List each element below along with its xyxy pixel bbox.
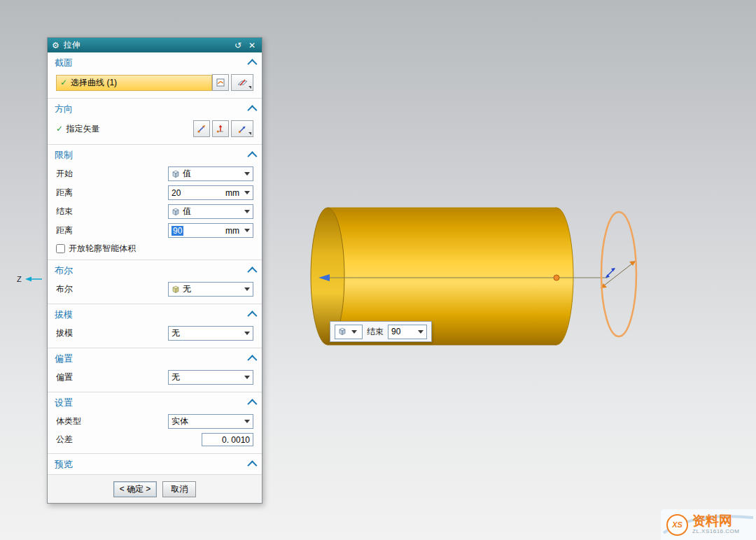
check-icon: ✓: [56, 124, 63, 134]
body-type-label: 体类型: [56, 415, 81, 427]
collapse-chevron-icon[interactable]: [247, 59, 257, 69]
watermark-site-name: 资料网: [692, 514, 739, 529]
draft-row-label: 拔模: [56, 327, 73, 339]
dropdown-arrow-icon: [242, 415, 251, 428]
body-type-value: 实体: [172, 415, 188, 427]
boolean-dropdown[interactable]: 无: [168, 282, 253, 297]
group-direction: 方向 ✓ 指定矢量: [48, 98, 262, 144]
gear-icon: ⚙: [52, 41, 59, 50]
end-option-dropdown[interactable]: [335, 325, 363, 339]
offset-row-label: 偏置: [56, 371, 73, 383]
group-draft-label: 拔模: [55, 308, 73, 321]
watermark-logo-text: XS: [672, 520, 682, 529]
inferred-vector-button[interactable]: [212, 120, 229, 137]
watermark-site-url: ZL.XS1616.COM: [692, 529, 739, 535]
group-offset-label: 偏置: [55, 353, 73, 365]
curve-list-icon: [216, 78, 225, 87]
collapse-chevron-icon[interactable]: [247, 151, 257, 161]
ok-button[interactable]: < 确定 >: [113, 481, 158, 497]
group-section-header[interactable]: 截面: [48, 53, 262, 72]
reset-icon[interactable]: ↺: [232, 41, 244, 50]
start-option-value: 值: [183, 168, 191, 180]
axis-vector-icon: [216, 124, 225, 134]
open-profile-checkbox[interactable]: [56, 244, 65, 253]
z-axis-arrow: [25, 277, 31, 282]
group-settings-label: 设置: [55, 397, 73, 409]
start-distance-unit: mm: [225, 188, 239, 198]
group-offset-header[interactable]: 偏置: [48, 349, 262, 368]
group-offset: 偏置 偏置 无: [48, 348, 262, 392]
z-axis-label: Z: [17, 275, 22, 283]
watermark: XS 资料网 ZL.XS1616.COM: [661, 509, 756, 540]
z-axis-indicator: Z: [17, 275, 42, 283]
group-limits-label: 限制: [55, 149, 73, 162]
cube-icon: [338, 327, 346, 336]
end-distance-value: 90: [391, 327, 400, 336]
group-boolean-header[interactable]: 布尔: [48, 261, 262, 280]
end-label: 结束: [56, 206, 73, 218]
watermark-logo: XS: [666, 514, 688, 536]
application-window: Z 结束 90 ⚙ 拉伸 ↺ ✕: [0, 0, 756, 540]
dialog-titlebar[interactable]: ⚙ 拉伸 ↺ ✕: [48, 38, 262, 52]
tolerance-input[interactable]: [202, 433, 253, 446]
dropdown-arrow-icon: [242, 327, 251, 340]
dialog-body: 截面 ✓ 选择曲线 (1): [48, 52, 262, 474]
collapse-chevron-icon[interactable]: [247, 105, 257, 115]
offset-value: 无: [172, 371, 180, 383]
end-option-value: 值: [183, 206, 191, 218]
check-icon: ✓: [60, 78, 67, 87]
vector-options-button[interactable]: [231, 120, 253, 137]
vector-dialog-button[interactable]: [193, 120, 210, 137]
dialog-title: 拉伸: [64, 39, 230, 51]
group-section: 截面 ✓ 选择曲线 (1): [48, 52, 262, 98]
collapse-chevron-icon[interactable]: [247, 311, 257, 320]
close-icon[interactable]: ✕: [246, 41, 258, 50]
draft-dropdown[interactable]: 无: [168, 326, 253, 341]
group-boolean: 布尔 布尔 无: [48, 260, 262, 304]
start-label: 开始: [56, 168, 73, 180]
dropdown-arrow-icon: [242, 186, 251, 199]
group-preview: 预览 预览 显示结果: [48, 453, 262, 474]
cancel-button[interactable]: 取消: [162, 481, 196, 497]
group-direction-header[interactable]: 方向: [48, 99, 262, 118]
curve-rule-button[interactable]: [212, 74, 229, 91]
dropdown-corner-icon: [248, 86, 251, 89]
group-preview-header[interactable]: 预览: [48, 455, 262, 474]
cube-icon: [172, 170, 180, 178]
select-curve-field[interactable]: ✓ 选择曲线 (1): [56, 75, 212, 91]
group-section-label: 截面: [55, 57, 73, 69]
start-option-dropdown[interactable]: 值: [168, 166, 253, 181]
group-settings-header[interactable]: 设置: [48, 393, 262, 412]
select-curve-text: 选择曲线 (1): [71, 77, 117, 89]
flip-direction-glyph[interactable]: [606, 268, 615, 278]
distance-drag-handle[interactable]: [554, 275, 559, 280]
collapse-chevron-icon[interactable]: [247, 460, 257, 470]
extrude-dialog: ⚙ 拉伸 ↺ ✕ 截面 ✓ 选择曲线 (1): [47, 37, 262, 504]
group-draft: 拔模 拔模 无: [48, 304, 262, 348]
dropdown-arrow-icon: [242, 224, 251, 237]
group-boolean-label: 布尔: [55, 264, 73, 277]
group-limits-header[interactable]: 限制: [48, 145, 262, 164]
dropdown-arrow-icon: [242, 283, 251, 296]
sketch-section-button[interactable]: [231, 74, 253, 91]
body-type-dropdown[interactable]: 实体: [168, 414, 253, 429]
cube-icon: [172, 208, 180, 216]
offset-dropdown[interactable]: 无: [168, 370, 253, 385]
group-limits: 限制 开始 值: [48, 144, 262, 260]
end-distance-dropdown[interactable]: 90 mm: [168, 223, 253, 238]
draft-value: 无: [172, 327, 180, 339]
group-preview-label: 预览: [55, 458, 73, 471]
end-distance-dropdown[interactable]: 90: [388, 325, 427, 339]
collapse-chevron-icon[interactable]: [247, 355, 257, 364]
dropdown-arrow-icon: [242, 371, 251, 384]
boolean-none-icon: [172, 285, 180, 294]
group-direction-label: 方向: [55, 103, 73, 115]
start-distance-dropdown[interactable]: 20 mm: [168, 185, 253, 200]
end-option-dropdown[interactable]: 值: [168, 204, 253, 219]
collapse-chevron-icon[interactable]: [247, 267, 257, 276]
specify-vector-label: 指定矢量: [66, 123, 100, 135]
end-distance-label: 距离: [56, 225, 73, 236]
group-draft-header[interactable]: 拔模: [48, 305, 262, 324]
collapse-chevron-icon[interactable]: [247, 399, 257, 408]
dropdown-arrow-icon: [416, 325, 425, 339]
